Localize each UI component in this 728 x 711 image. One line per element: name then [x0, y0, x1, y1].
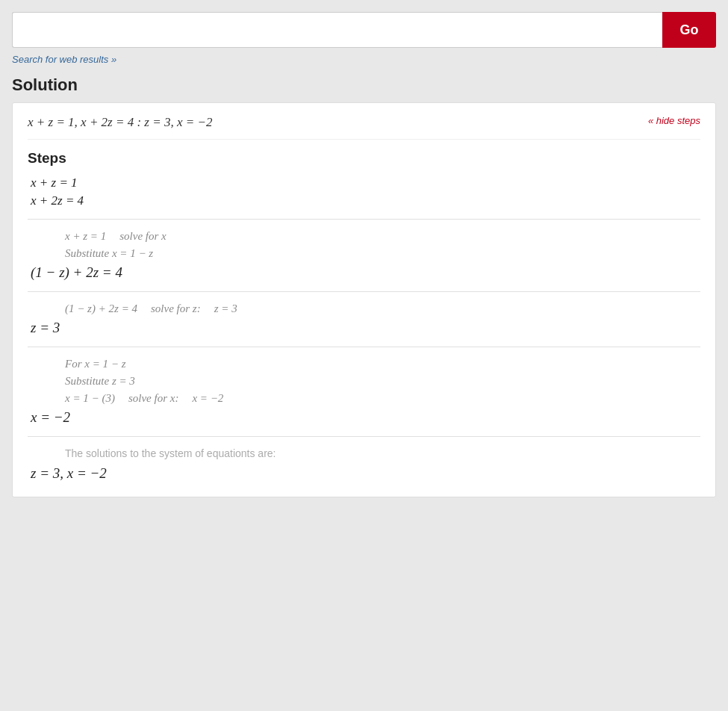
web-search-link[interactable]: Search for web results »	[12, 54, 716, 65]
step-3: For x = 1 − z Substitute z = 3 x = 1 − (…	[28, 358, 700, 426]
step-2-sub1-label: solve for z:	[151, 302, 201, 315]
step-1-sub1-label: solve for x	[119, 230, 166, 243]
step-final: The solutions to the system of equationt…	[28, 447, 700, 482]
final-note: The solutions to the system of equationt…	[28, 447, 700, 459]
step-3-sub1: For x = 1 − z	[28, 358, 700, 370]
divider-3	[28, 347, 700, 347]
step-0: x + z = 1 x + 2z = 4	[28, 176, 700, 208]
solution-header: x + z = 1, x + 2z = 4 : z = 3, x = −2 « …	[28, 115, 700, 140]
step-2-sub1-eq: (1 − z) + 2z = 4	[65, 302, 137, 315]
step-3-bold: x = −2	[28, 409, 700, 426]
step-1-sub1: x + z = 1 solve for x	[28, 230, 700, 243]
solution-box: x + z = 1, x + 2z = 4 : z = 3, x = −2 « …	[12, 102, 716, 497]
step-2-bold: z = 3	[28, 320, 700, 336]
divider-1	[28, 219, 700, 220]
solution-equation: x + z = 1, x + 2z = 4 : z = 3, x = −2	[28, 115, 212, 130]
steps-title: Steps	[28, 150, 700, 167]
step-0-eq1: x + z = 1	[28, 176, 700, 190]
step-2: (1 − z) + 2z = 4 solve for z: z = 3 z = …	[28, 302, 700, 336]
step-1: x + z = 1 solve for x Substitute x = 1 −…	[28, 230, 700, 281]
step-1-sub2: Substitute x = 1 − z	[28, 247, 700, 260]
step-3-sub2: Substitute z = 3	[28, 375, 700, 388]
solution-section-title: Solution	[12, 75, 716, 95]
divider-2	[28, 291, 700, 292]
search-bar: x + z = 1, x + 2z = 4 Go	[12, 12, 716, 48]
step-2-sub1: (1 − z) + 2z = 4 solve for z: z = 3	[28, 302, 700, 315]
go-button[interactable]: Go	[662, 12, 716, 48]
search-input[interactable]: x + z = 1, x + 2z = 4	[12, 12, 662, 48]
step-2-sub1-answer: z = 3	[214, 302, 237, 315]
step-0-eq2: x + 2z = 4	[28, 193, 700, 208]
step-3-sub3-label: solve for x:	[128, 392, 178, 405]
hide-steps-link[interactable]: « hide steps	[648, 115, 700, 126]
final-eq: z = 3, x = −2	[28, 465, 700, 482]
divider-4	[28, 436, 700, 437]
step-3-sub3-answer: x = −2	[192, 392, 223, 405]
step-1-bold: (1 − z) + 2z = 4	[28, 264, 700, 281]
step-3-sub3: x = 1 − (3) solve for x: x = −2	[28, 392, 700, 405]
step-3-sub3-eq: x = 1 − (3)	[65, 392, 115, 405]
step-1-sub1-eq: x + z = 1	[65, 230, 106, 243]
